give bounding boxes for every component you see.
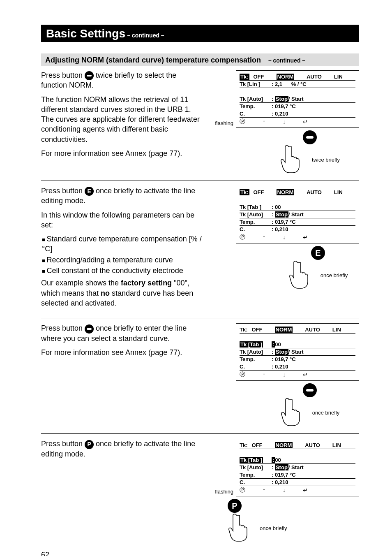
divider (41, 318, 359, 318)
lcd-p-icon: Ⓟ (240, 118, 245, 125)
lcd-norm: NORM (277, 74, 295, 80)
lcd-gap (240, 196, 355, 204)
section-header: Adjusting NORM (standard curve) temperat… (41, 53, 359, 66)
hand-pointer-icon (228, 513, 253, 543)
spacer (211, 242, 236, 243)
hand-pointer-icon (280, 397, 306, 428)
block-4-text: Press button P once briefly to activate … (41, 439, 211, 463)
lcd-lin: LIN (332, 442, 341, 448)
text: Press button (41, 324, 85, 332)
lcd-2: Tk: OFF NORM AUTO LIN Tk [Tab ] : 00 (236, 186, 359, 243)
block-4-right: flashing Tk: OFF NORM AUTO LIN Tk [T (211, 439, 359, 543)
lcd-enter-icon: ↵ (303, 371, 308, 378)
page-number: 62 (41, 551, 359, 556)
lcd-row-k: Tk [Auto] (240, 96, 272, 102)
lcd-tk-label: Tk: (240, 442, 248, 448)
block-1-para1: Press button twice briefly to select the… (41, 70, 204, 90)
block-3-para1: Press button once briefly to enter the l… (41, 323, 204, 343)
block-4: Press button P once briefly to activate … (41, 439, 359, 543)
lcd-row-v: 00 (275, 457, 281, 463)
text: Press button (41, 440, 85, 448)
lcd-p-icon: Ⓟ (240, 486, 245, 494)
lcd-down-icon: ↓ (283, 371, 286, 378)
title-bar: Basic Settings – continued – (41, 25, 359, 42)
block-1-text: Press button twice briefly to select the… (41, 70, 211, 162)
lcd-row-k: Tk [Tab ] (240, 341, 263, 348)
lcd-stop: Stop (275, 96, 288, 102)
letter: E (315, 248, 321, 258)
down-slot-button-icon (303, 130, 317, 144)
lcd-norm: NORM (275, 327, 293, 333)
lcd-auto: AUTO (307, 74, 322, 80)
lcd-up-icon: ↑ (263, 234, 265, 241)
block-2-right: Tk: OFF NORM AUTO LIN Tk [Tab ] : 00 (211, 186, 359, 290)
lcd-1: Tk: OFF NORM AUTO LIN Tk [Lin ] : 2,1 % … (236, 70, 359, 128)
e-button-icon: E (85, 187, 94, 196)
lcd-p-icon: Ⓟ (240, 371, 245, 378)
hand-caption: twice briefly (312, 157, 340, 163)
block-3-text: Press button once briefly to enter the l… (41, 323, 211, 361)
lcd-row-unit: % / °C (291, 81, 307, 87)
lcd-up-icon: ↑ (263, 118, 265, 125)
lcd-row-v: : 0,210 (272, 226, 355, 232)
lcd-row-k: C. (240, 111, 272, 117)
list-item: Cell constant of the conductivity electr… (42, 266, 204, 276)
text: Press button (41, 71, 85, 79)
lcd-off: OFF (254, 74, 264, 80)
lcd-start: / Start (288, 464, 304, 470)
lcd-row-k: C. (240, 479, 272, 485)
lcd-up-icon: ↑ (263, 487, 265, 493)
hand-caption: once briefly (260, 525, 287, 531)
lcd-down-icon: ↓ (283, 234, 286, 241)
section-title: Adjusting NORM (standard curve) temperat… (45, 56, 261, 64)
lcd-row-v: : 2,1 (272, 81, 282, 87)
down-slot-icon (85, 324, 94, 334)
section-sub: – continued – (268, 57, 305, 64)
block-2-para3: Our example shows the factory setting "0… (41, 278, 204, 308)
down-slot-button-icon (303, 383, 317, 397)
spacer (211, 379, 236, 381)
lcd-row-k: Temp. (240, 356, 272, 362)
lcd-tk-label: Tk: (240, 189, 249, 195)
lcd-enter-icon: ↵ (303, 487, 308, 493)
flashing-label: flashing (211, 489, 236, 496)
block-1-right: flashing Tk: OFF NORM AUTO LIN Tk [Lin ] (211, 70, 359, 175)
lcd-row-k: Temp. (240, 472, 272, 478)
text-bold: factory setting (121, 279, 172, 287)
lcd-row-k: Tk [Auto] (240, 464, 272, 470)
lcd-3: Tk: OFF NORM AUTO LIN Tk [Tab ] : 00 (236, 323, 359, 381)
bullet-list: Standard curve temperature compensation … (41, 234, 204, 276)
block-4-para1: Press button P once briefly to activate … (41, 439, 204, 459)
block-2-para2: In this window the following parameters … (41, 210, 204, 230)
lcd-off: OFF (252, 442, 263, 448)
text: Our example shows the (41, 279, 121, 287)
lcd-stop: Stop (275, 464, 288, 470)
block-1-para3: For more information see Annex (page 77)… (41, 148, 204, 158)
lcd-4: Tk: OFF NORM AUTO LIN Tk [Tab ] : 00 (236, 439, 359, 496)
block-3-right: Tk: OFF NORM AUTO LIN Tk [Tab ] : 00 (211, 323, 359, 428)
lcd-row-v: : 0,210 (272, 479, 355, 485)
lcd-down-icon: ↓ (283, 118, 286, 125)
block-1: Press button twice briefly to select the… (41, 70, 359, 175)
lcd-row-v: : 0,210 (272, 364, 355, 370)
down-slot-icon (85, 71, 94, 80)
lcd-row-v: : 019,7 °C (272, 103, 355, 109)
lcd-p-icon: Ⓟ (240, 234, 245, 241)
divider (41, 181, 359, 181)
lcd-up-icon: ↑ (263, 371, 265, 378)
lcd-row-k: C. (240, 226, 272, 232)
lcd-stop: Stop (275, 211, 288, 218)
lcd-row-v: : 0,210 (272, 111, 355, 117)
lcd-enter-icon: ↵ (303, 118, 308, 125)
lcd-row-k: Temp. (240, 219, 272, 225)
lcd-off: OFF (254, 189, 264, 195)
lcd-row-k: Tk [Auto] (240, 211, 272, 218)
lcd-start: / Start (288, 349, 304, 355)
p-button-icon: P (85, 440, 94, 449)
list-item: Standard curve temperature compensation … (42, 234, 204, 254)
lcd-row-v: : 019,7 °C (272, 356, 355, 362)
page-title-sub: – continued – (127, 32, 164, 39)
lcd-gap (240, 449, 355, 456)
lcd-gap (240, 88, 355, 95)
hand-pointer-icon (280, 144, 305, 175)
